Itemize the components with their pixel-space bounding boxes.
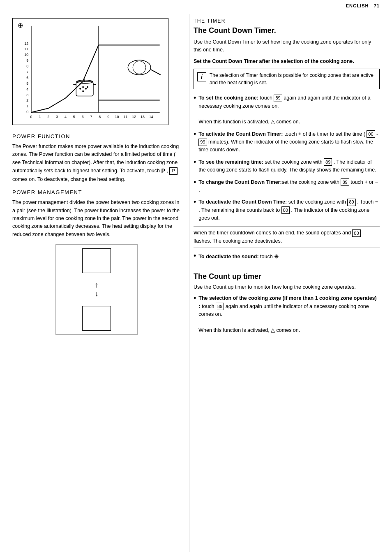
bullet-content-2: To activate the Count Down Timer: touch … xyxy=(198,130,380,154)
chart-svg: ⊕ 0 1 2 3 4 5 6 7 8 9 xyxy=(13,19,168,125)
svg-text:11: 11 xyxy=(123,115,127,119)
svg-text:5: 5 xyxy=(26,81,28,86)
bullet-set-cooking-zone: • To set the cooking zone: touch 89 agai… xyxy=(194,94,380,126)
svg-text:8: 8 xyxy=(26,64,28,68)
section-divider xyxy=(194,268,380,268)
bullet-label-3: To see the remaining time: xyxy=(198,159,263,165)
bullet-change-countdown: • To change the Count Down Timer:set the… xyxy=(194,178,380,195)
zone-symbol-1: 89 xyxy=(274,95,282,102)
bullet-content-7: The selection of the cooking zone (if mo… xyxy=(198,294,380,334)
bullet-dot-5: • xyxy=(194,197,196,208)
svg-text:⊕: ⊕ xyxy=(18,22,23,29)
svg-text:7: 7 xyxy=(90,115,92,119)
info-box-text: The selection of Timer function is possi… xyxy=(210,72,376,86)
countdown-bold-instruction: Set the Count Down Timer after the selec… xyxy=(194,58,380,65)
svg-text:10: 10 xyxy=(115,115,119,119)
power-chart: ⊕ 0 1 2 3 4 5 6 7 8 9 xyxy=(12,18,168,125)
svg-point-44 xyxy=(128,60,151,75)
flash-display: 00 xyxy=(352,229,360,237)
svg-point-41 xyxy=(87,86,88,88)
time-display-1: 00 xyxy=(367,130,375,138)
svg-text:2: 2 xyxy=(26,98,28,102)
svg-text:14: 14 xyxy=(149,115,153,119)
power-function-title: POWER FUNCTION xyxy=(12,133,181,139)
svg-point-40 xyxy=(82,90,84,92)
left-column: ⊕ 0 1 2 3 4 5 6 7 8 9 xyxy=(0,14,189,552)
pm-box-bottom xyxy=(82,306,111,331)
svg-text:3: 3 xyxy=(56,115,58,119)
svg-point-38 xyxy=(82,86,84,88)
plus-symbol: + xyxy=(298,131,301,137)
bullet-deactivate-countdown: • To deactivate the Count Down Time: set… xyxy=(194,198,380,222)
svg-text:12: 12 xyxy=(132,115,136,119)
bullet-dot-3: • xyxy=(194,157,196,168)
minus-symbol-2: − xyxy=(375,199,378,205)
bullet-content-4: To change the Count Down Timer:set the c… xyxy=(198,178,380,195)
svg-text:8: 8 xyxy=(99,115,101,119)
minus-symbol: − xyxy=(375,179,378,185)
deactivate-sound-text: To deactivate the sound: touch ⊕ xyxy=(198,252,279,261)
svg-point-39 xyxy=(85,88,87,90)
deactivate-sound-item: • To deactivate the sound: touch ⊕ xyxy=(194,252,380,262)
zone-symbol-3: 89 xyxy=(341,178,349,186)
timer-section-title: THE TIMER xyxy=(194,18,380,24)
bullet-content-1: To set the cooking zone: touch 89 again … xyxy=(198,94,380,126)
time-display-3: 00 xyxy=(281,206,290,214)
bullet-remaining-time: • To see the remaining time: set the coo… xyxy=(194,158,380,174)
svg-text:6: 6 xyxy=(26,76,28,80)
bullet-label-5: To deactivate the Count Down Time: xyxy=(198,199,287,205)
bullet-label-1: To set the cooking zone: xyxy=(198,95,258,101)
bullet-dot-6: • xyxy=(194,250,196,262)
svg-text:1: 1 xyxy=(39,115,41,119)
svg-text:4: 4 xyxy=(26,87,28,91)
svg-text:7: 7 xyxy=(26,70,28,74)
info-icon: i xyxy=(197,72,206,81)
bullet-dot-7: • xyxy=(194,293,196,304)
countup-intro: Use the Count up timer to monitor how lo… xyxy=(194,283,380,291)
svg-text:1: 1 xyxy=(26,104,28,108)
countdown-intro: Use the Count Down Timer to set how long… xyxy=(194,38,380,54)
bullet-countup-selection: • The selection of the cooking zone (if … xyxy=(194,294,380,334)
content-area: ⊕ 0 1 2 3 4 5 6 7 8 9 xyxy=(0,10,392,556)
bullet-activate-countdown: • To activate the Count Down Timer: touc… xyxy=(194,130,380,154)
svg-text:6: 6 xyxy=(82,115,84,119)
countdown-note: When the timer countdown comes to an end… xyxy=(194,226,380,248)
page-number: 71 xyxy=(374,3,380,8)
bullet-label-2: To activate the Count Down Timer: xyxy=(198,131,283,137)
zone-symbol-2: 89 xyxy=(324,158,332,166)
plus-minus-symbol: + xyxy=(364,179,367,185)
countup-bullets: • The selection of the cooking zone (if … xyxy=(194,294,380,334)
countdown-bullets: • To set the cooking zone: touch 89 agai… xyxy=(194,94,380,222)
language-label: ENGLISH xyxy=(346,3,369,8)
svg-text:4: 4 xyxy=(65,115,67,119)
pm-box-top xyxy=(82,248,111,273)
bullet-dot-2: • xyxy=(194,129,196,140)
power-management-title: POWER MANAGEMENT xyxy=(12,189,181,195)
pm-arrow: ↑ ↓ xyxy=(95,281,99,298)
page-header: ENGLISH 71 xyxy=(0,0,392,10)
arrow-up-icon: ↑ xyxy=(95,281,99,290)
countdown-title: The Count Down Timer. xyxy=(194,26,380,35)
bullet-label-7: The selection of the cooking zone (if mo… xyxy=(198,295,376,309)
countup-title: The Count up timer xyxy=(194,272,380,281)
svg-rect-34 xyxy=(76,82,93,96)
svg-point-37 xyxy=(79,88,81,90)
svg-text:9: 9 xyxy=(26,58,28,63)
svg-text:10: 10 xyxy=(24,53,28,57)
svg-text:5: 5 xyxy=(73,115,75,119)
clock-symbol: ⊕ xyxy=(274,253,279,259)
deactivate-sound-label: To deactivate the sound: xyxy=(198,254,258,259)
bullet-dot-4: • xyxy=(194,177,196,188)
zone-symbol-4: 89 xyxy=(347,199,355,206)
bullet-label-4: To change the Count Down Timer: xyxy=(198,179,281,185)
p-box: P xyxy=(169,167,178,175)
svg-text:2: 2 xyxy=(47,115,49,119)
svg-text:12: 12 xyxy=(24,42,28,46)
bullet-content-5: To deactivate the Count Down Time: set t… xyxy=(198,198,380,222)
power-management-diagram: ↑ ↓ xyxy=(55,244,138,335)
time-display-2: 99 xyxy=(198,139,207,146)
page: ENGLISH 71 ⊕ 0 1 xyxy=(0,0,392,556)
svg-text:0: 0 xyxy=(30,115,32,119)
svg-text:0: 0 xyxy=(26,110,28,114)
right-column: THE TIMER The Count Down Timer. Use the … xyxy=(189,14,392,552)
